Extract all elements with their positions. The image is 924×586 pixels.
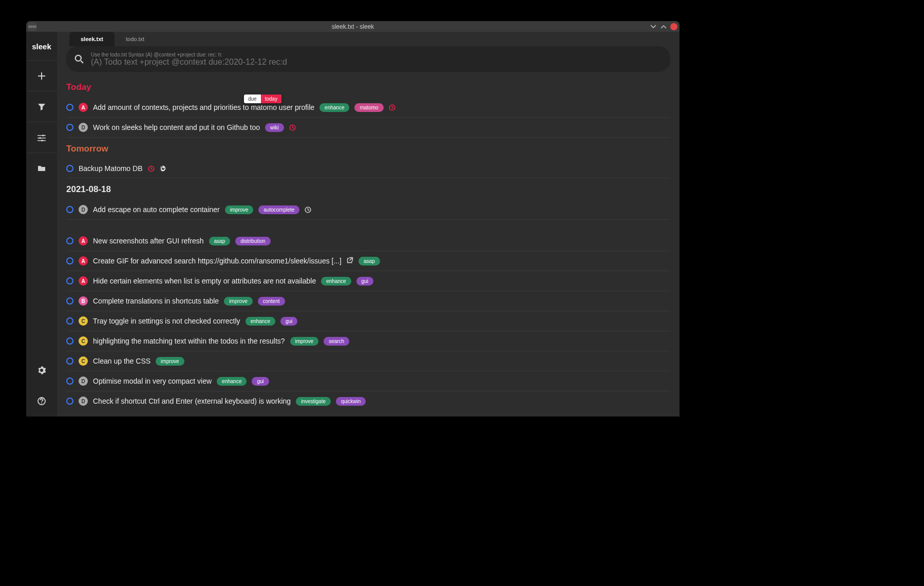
minimize-button[interactable] (650, 23, 657, 30)
todo-checkbox[interactable] (66, 317, 73, 325)
tag[interactable]: improve (225, 205, 254, 214)
todo-checkbox[interactable] (66, 206, 73, 213)
tag[interactable]: content (258, 297, 285, 306)
add-button[interactable] (26, 60, 57, 91)
help-button[interactable] (26, 386, 57, 417)
todo-text: highlighting the matching text within th… (93, 337, 285, 345)
tag[interactable]: asap (359, 257, 380, 266)
todo-item[interactable]: DOptimise modal in very compact viewenha… (66, 371, 670, 391)
todo-item[interactable]: AAdd amount of contexts, projects and pr… (66, 98, 670, 118)
tooltip-label: due (244, 94, 261, 103)
todo-item[interactable]: DAdd escape on auto complete containerim… (66, 200, 670, 220)
tag[interactable]: wiki (265, 123, 284, 132)
filter-button[interactable] (26, 91, 57, 122)
tag[interactable]: asap (209, 237, 231, 245)
app-icon: sleek (28, 23, 36, 31)
todo-text: Clean up the CSS (93, 357, 150, 365)
todo-checkbox[interactable] (66, 277, 73, 285)
due-clock-icon (289, 124, 296, 131)
todo-text: Tray toggle in settings is not checked c… (93, 317, 240, 325)
plus-icon (37, 72, 46, 80)
tab-sleek-txt[interactable]: sleek.txt (69, 32, 115, 46)
close-button[interactable] (670, 23, 677, 30)
tag[interactable]: enhance (217, 377, 247, 386)
priority-badge: A (79, 276, 88, 286)
preferences-button[interactable] (26, 355, 57, 386)
svg-point-1 (39, 137, 41, 139)
window-title: sleek.txt - sleek (332, 23, 374, 30)
todo-item[interactable]: CClean up the CSSimprove (66, 351, 670, 371)
todo-text: New screenshots after GUI refresh (93, 237, 204, 245)
todo-item[interactable]: DWork on sleeks help content and put it … (66, 118, 670, 138)
due-clock-icon (148, 165, 155, 172)
tag[interactable]: distribution (235, 237, 270, 245)
app-window: sleek sleek.txt - sleek sleek sleek.txt … (26, 21, 680, 417)
priority-badge: A (79, 103, 88, 112)
sidebar: sleek (26, 32, 57, 417)
todo-checkbox[interactable] (66, 398, 73, 405)
tag[interactable]: improve (224, 297, 253, 306)
tag[interactable]: enhance (319, 103, 349, 112)
tag[interactable]: enhance (321, 277, 351, 286)
tab-todo-txt[interactable]: todo.txt (115, 32, 156, 46)
todo-text: Create GIF for advanced search https://g… (93, 257, 342, 265)
todo-item[interactable]: BComplete translations in shortcuts tabl… (66, 291, 670, 311)
todo-item[interactable]: CTray toggle in settings is not checked … (66, 311, 670, 331)
todo-text: Hide certain elements when list is empty… (93, 277, 316, 285)
search-hint: Use the todo.txt Syntax (A) @context +pr… (91, 52, 662, 58)
tag[interactable]: search (324, 337, 349, 346)
priority-badge: D (79, 123, 88, 132)
todo-text: Add escape on auto complete container (93, 205, 220, 214)
folder-icon (37, 164, 46, 173)
todo-item[interactable]: AHide certain elements when list is empt… (66, 271, 670, 291)
todo-checkbox[interactable] (66, 297, 73, 305)
todo-item[interactable]: DCheck if shortcut Ctrl and Enter (exter… (66, 391, 670, 411)
external-link-icon[interactable] (347, 257, 353, 265)
todo-checkbox[interactable] (66, 237, 73, 244)
settings-sliders-button[interactable] (26, 122, 57, 153)
priority-badge: D (79, 205, 88, 214)
todo-text: Backup Matomo DB (79, 164, 143, 173)
tag[interactable]: gui (356, 277, 373, 286)
todo-checkbox[interactable] (66, 104, 73, 111)
titlebar: sleek sleek.txt - sleek (26, 21, 680, 32)
todo-list[interactable]: TodayAAdd amount of contexts, projects a… (57, 76, 680, 417)
todo-item[interactable]: Backup Matomo DB (66, 159, 670, 178)
todo-text: Optimise modal in very compact view (93, 377, 212, 385)
tag[interactable]: gui (280, 317, 297, 326)
help-icon (37, 397, 46, 405)
todo-checkbox[interactable] (66, 257, 73, 264)
svg-point-5 (76, 55, 81, 61)
svg-point-4 (41, 403, 42, 404)
search-icon (74, 54, 84, 64)
search-input[interactable] (91, 58, 662, 67)
tag[interactable]: enhance (246, 317, 275, 326)
priority-badge: A (79, 236, 88, 245)
section-header: Today (66, 76, 670, 98)
tag[interactable]: investigate (296, 397, 331, 406)
priority-badge: A (79, 256, 88, 266)
tag[interactable]: matomo (354, 103, 383, 112)
todo-checkbox[interactable] (66, 377, 73, 385)
todo-text: Add amount of contexts, projects and pri… (93, 103, 314, 111)
tag[interactable]: quickwin (336, 397, 366, 406)
todo-item[interactable]: ACreate GIF for advanced search https://… (66, 251, 670, 271)
files-button[interactable] (26, 153, 57, 183)
svg-point-0 (42, 134, 44, 136)
due-clock-icon (389, 104, 395, 111)
todo-checkbox[interactable] (66, 357, 73, 365)
todo-text: Complete translations in shortcuts table (93, 297, 219, 305)
todo-item[interactable]: ANew screenshots after GUI refreshasapdi… (66, 231, 670, 251)
todo-checkbox[interactable] (66, 165, 73, 172)
section-header: Tomorrow (66, 138, 670, 159)
search-bar[interactable]: Use the todo.txt Syntax (A) @context +pr… (66, 46, 670, 72)
due-tooltip: duetoday (244, 94, 281, 103)
tag[interactable]: gui (252, 377, 269, 386)
tag[interactable]: improve (156, 357, 184, 366)
todo-checkbox[interactable] (66, 124, 73, 131)
todo-item[interactable]: Chighlighting the matching text within t… (66, 331, 670, 351)
todo-checkbox[interactable] (66, 337, 73, 345)
maximize-button[interactable] (660, 23, 667, 30)
tag[interactable]: autocomplete (258, 205, 299, 214)
tag[interactable]: improve (290, 337, 319, 346)
